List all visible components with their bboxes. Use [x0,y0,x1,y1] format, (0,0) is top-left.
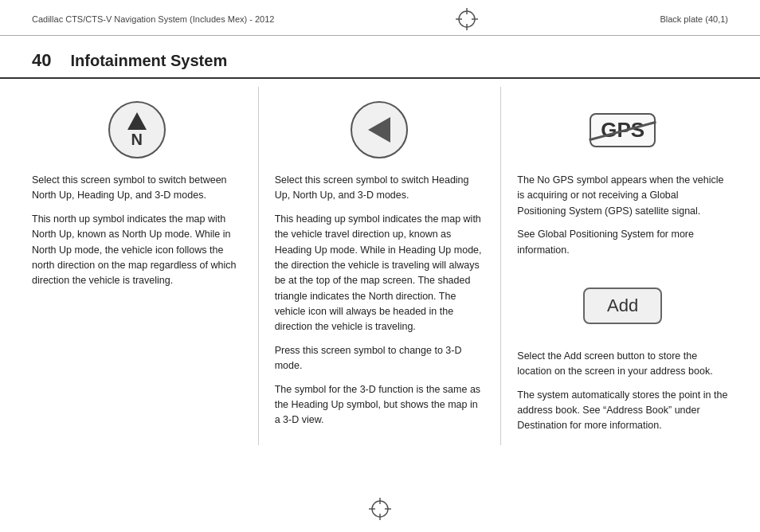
heading-up-text: Select this screen symbol to switch Head… [275,173,485,428]
add-icon-area: Add [517,274,728,338]
header-left-text: Cadillac CTS/CTS-V Navigation System (In… [32,14,274,24]
heading-up-arrow [368,117,390,143]
add-button-icon: Add [583,288,662,324]
north-up-icon-area: N [32,98,242,162]
heading-up-para-2: This heading up symbol indicates the map… [275,212,485,335]
heading-up-icon [351,101,408,158]
gps-icon-area: GPS [517,98,728,162]
heading-up-para-1: Select this screen symbol to switch Head… [275,173,485,204]
page-number: 40 [32,50,51,71]
north-up-para-2: This north up symbol indicates the map w… [32,212,242,289]
add-button-label: Add [607,295,638,315]
header-crosshair-icon [456,8,478,30]
col-heading-up: Select this screen symbol to switch Head… [259,87,502,445]
heading-up-para-3: Press this screen symbol to change to 3-… [275,343,485,374]
north-up-icon: N [108,101,166,158]
add-text-block: Select the Add screen button to store th… [517,349,728,434]
north-up-text: Select this screen symbol to switch betw… [32,173,242,289]
gps-section: GPS The No GPS symbol appears when the v… [517,98,728,258]
gps-para-2: See Global Positioning System for more i… [517,227,728,258]
page-header: Cadillac CTS/CTS-V Navigation System (In… [0,0,760,36]
gps-icon: GPS [590,113,656,147]
add-para-1: Select the Add screen button to store th… [517,349,728,380]
page-footer [369,498,391,522]
heading-up-para-4: The symbol for the 3-D function is the s… [275,382,485,428]
gps-para-1: The No GPS symbol appears when the vehic… [517,173,728,219]
content-grid: N Select this screen symbol to switch be… [0,87,760,445]
heading-up-icon-area [275,98,485,162]
section-title-row: 40 Infotainment System [0,36,760,79]
section-title: Infotainment System [70,52,227,70]
north-up-arrow [127,112,147,130]
header-right-text: Black plate (40,1) [660,14,728,24]
col-north-up: N Select this screen symbol to switch be… [16,87,259,445]
gps-text-block: The No GPS symbol appears when the vehic… [517,173,728,258]
add-section: Add Select the Add screen button to stor… [517,274,728,434]
header-center [456,8,478,30]
north-up-para-1: Select this screen symbol to switch betw… [32,173,242,204]
add-para-2: The system automatically stores the poin… [517,388,728,434]
footer-crosshair-icon [369,498,391,520]
north-up-n-label: N [131,131,143,147]
col-gps-add: GPS The No GPS symbol appears when the v… [501,87,744,445]
